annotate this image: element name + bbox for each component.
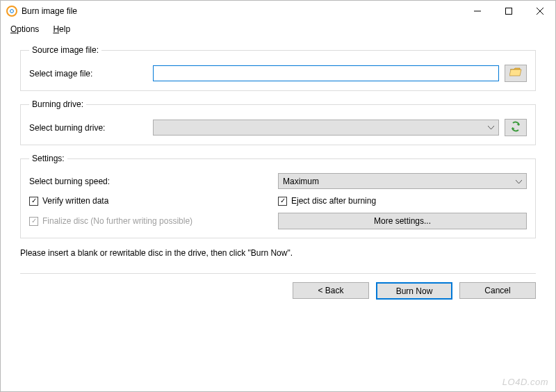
svg-rect-3 [505, 8, 512, 15]
back-button[interactable]: < Back [293, 282, 369, 299]
content-area: Source image file: Select image file: Bu… [1, 37, 555, 274]
chevron-down-icon [516, 177, 522, 186]
speed-dropdown-value: Maximum [283, 177, 319, 186]
browse-button[interactable] [505, 65, 527, 82]
menu-help[interactable]: Help [47, 23, 76, 35]
menu-options[interactable]: Options [5, 23, 44, 35]
watermark: LO4D.com [502, 377, 548, 387]
checkbox-eject[interactable]: ✓ [278, 197, 287, 206]
close-button[interactable] [524, 1, 555, 22]
titlebar: Burn image file [1, 1, 555, 22]
legend-settings: Settings: [29, 154, 67, 163]
maximize-button[interactable] [493, 1, 524, 22]
group-settings: Settings: Select burning speed: Maximum … [20, 154, 536, 238]
cancel-button[interactable]: Cancel [459, 282, 536, 299]
refresh-button[interactable] [505, 119, 527, 136]
label-select-drive: Select burning drive: [29, 123, 147, 133]
label-finalize: Finalize disc (No further writing possib… [42, 216, 193, 226]
label-verify: Verify written data [42, 196, 108, 206]
menubar: Options Help [1, 22, 555, 37]
instruction-text: Please insert a blank or rewritable disc… [20, 248, 536, 258]
app-icon [6, 6, 17, 17]
checkbox-finalize: ✓ [29, 217, 38, 226]
refresh-icon [510, 121, 521, 134]
more-settings-button[interactable]: More settings... [278, 213, 527, 229]
drive-dropdown[interactable] [153, 120, 499, 136]
checkbox-verify[interactable]: ✓ [29, 197, 38, 206]
folder-icon [509, 67, 522, 79]
speed-dropdown[interactable]: Maximum [278, 173, 527, 189]
minimize-button[interactable] [461, 1, 493, 22]
label-eject: Eject disc after burning [291, 196, 376, 206]
group-drive: Burning drive: Select burning drive: [20, 99, 536, 145]
burn-now-button[interactable]: Burn Now [376, 282, 452, 300]
footer: < Back Burn Now Cancel [1, 282, 555, 300]
window-title: Burn image file [22, 6, 77, 16]
legend-source: Source image file: [29, 45, 101, 55]
legend-drive: Burning drive: [29, 99, 86, 109]
image-file-input[interactable] [153, 65, 499, 81]
group-source: Source image file: Select image file: [20, 45, 536, 91]
label-select-image: Select image file: [29, 69, 147, 79]
chevron-down-icon [488, 124, 494, 131]
svg-point-1 [10, 10, 14, 13]
label-speed: Select burning speed: [29, 177, 110, 186]
separator [20, 273, 536, 274]
